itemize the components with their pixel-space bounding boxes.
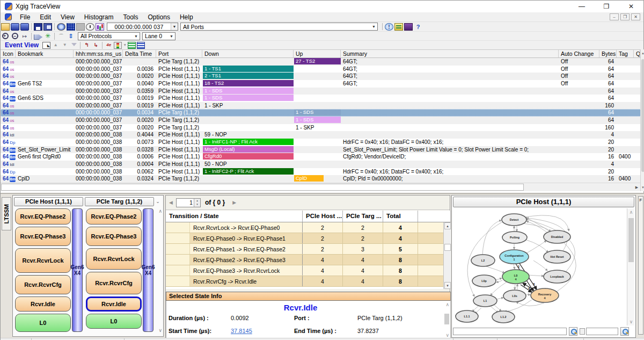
- prev-event-icon[interactable]: ▲: [52, 42, 60, 49]
- state-node-polling[interactable]: Polling: [502, 232, 527, 243]
- state-node-recovery[interactable]: Recovery4: [531, 288, 559, 302]
- fit-width-icon[interactable]: ↦: [20, 32, 29, 40]
- ssi-scroll-thumb[interactable]: [444, 314, 449, 324]
- state-node-loopback[interactable]: Loopback: [544, 270, 570, 283]
- goto-prev-icon[interactable]: ↰: [83, 42, 91, 49]
- table-row[interactable]: 64os000:00:00.000_0370.0020PCIe Targ (1,…: [1, 117, 644, 124]
- diagram-scroll-up-icon[interactable]: ∧: [627, 209, 635, 215]
- table-row[interactable]: 64Idl000:00:00.000_0380.4044PCIe Host (1…: [1, 131, 644, 139]
- ltssm-state-rcvr-rcvrlock[interactable]: Rcvr.RcvrLock: [15, 248, 71, 273]
- transition-scroll-down-icon[interactable]: ▼: [444, 282, 451, 289]
- table-row[interactable]: 64Idl000:00:00.000_0380.0004PCIe Host (1…: [1, 161, 644, 168]
- capture-settings-icon[interactable]: [57, 23, 65, 31]
- state-node-l1-2[interactable]: L1.2: [492, 311, 515, 323]
- menu-help[interactable]: Help: [175, 13, 198, 21]
- table-row[interactable]: 64os000:00:00.000_0370.0036PCIe Host (1,…: [1, 66, 644, 73]
- ltssm-state-rcvr-rcvrcfg[interactable]: Rcvr.RcvrCfg: [86, 272, 142, 294]
- notes-icon[interactable]: [394, 23, 403, 31]
- table-row[interactable]: 64BmGen6 TS2000:00:00.000_0370.0040PCIe …: [1, 80, 644, 88]
- grid-view-icon[interactable]: [67, 23, 75, 31]
- state-node-disabled[interactable]: Disabled: [544, 230, 570, 243]
- ssi-scroll-down-icon[interactable]: ∨: [445, 332, 449, 338]
- child-restore-button[interactable]: ❐: [620, 13, 630, 20]
- table-row[interactable]: 64BmCplD000:00:00.000_0380.0324PCIe Targ…: [1, 175, 644, 183]
- goto-next-icon[interactable]: ↳: [92, 42, 100, 49]
- transition-row[interactable]: Rcvr.EQ-Phase0 -> Rcvr.EQ-Phase1224: [166, 233, 451, 244]
- child-close-button[interactable]: ✕: [631, 13, 640, 20]
- zoom-out-icon[interactable]: [11, 32, 19, 40]
- col-total[interactable]: Total: [383, 211, 418, 222]
- protocols-dropdown[interactable]: All Protocols ▼: [78, 32, 140, 40]
- ltssm-tab[interactable]: LTSSM: [2, 197, 11, 230]
- col-pcie-host[interactable]: PCIe Host ...: [303, 211, 343, 222]
- menu-edit[interactable]: Edit: [35, 13, 56, 21]
- statistics-icon[interactable]: [96, 23, 104, 31]
- timer-icon[interactable]: [86, 23, 94, 31]
- ltssm-targ-header[interactable]: PCIe Targ (1,1,2): [85, 197, 154, 206]
- ltssm-state-rcvr-eq-phase2[interactable]: Rcvr.EQ-Phase2: [15, 208, 71, 225]
- state-node-l0p[interactable]: L0p: [472, 275, 496, 287]
- state-node-l0s[interactable]: L0s: [503, 290, 526, 302]
- transition-row[interactable]: Rcvr.EQ-Phase2 -> Rcvr.EQ-Phase3448: [166, 255, 451, 265]
- ltssm-state-rcvr-eq-phase3[interactable]: Rcvr.EQ-Phase3: [86, 227, 142, 246]
- col-bookmark[interactable]: Bookmark: [16, 50, 74, 57]
- state-node-l2[interactable]: L2: [471, 255, 495, 266]
- event-table-vscrollbar[interactable]: ▲ ▼: [640, 49, 644, 191]
- menu-file[interactable]: File: [15, 13, 35, 21]
- ltssm-state-rcvr-eq-phase2[interactable]: Rcvr.EQ-Phase2: [86, 208, 142, 225]
- lane-dropdown[interactable]: Lane 0 ▼: [142, 32, 175, 40]
- col-qu[interactable]: Qu: [634, 50, 640, 57]
- col-port[interactable]: Port: [156, 50, 202, 57]
- collapsed-panel-tab[interactable]: F: [638, 196, 643, 335]
- search-icon[interactable]: ⌒: [57, 32, 65, 40]
- table-row[interactable]: 64os000:00:00.000_0370.0020PCIe Host (1,…: [1, 73, 644, 80]
- state-node-configuration[interactable]: Configuration1: [500, 250, 529, 264]
- import-trace-icon[interactable]: [11, 23, 19, 31]
- diagram-zoom-out-icon[interactable]: [569, 327, 577, 336]
- col-pcie-targ[interactable]: PCIe Targ ...: [343, 211, 383, 222]
- restore-button[interactable]: ❐: [594, 1, 619, 12]
- ports-dropdown[interactable]: All Ports ▼: [180, 23, 378, 31]
- col-bytes[interactable]: Bytes: [599, 50, 617, 57]
- ssi-scroll-up-icon[interactable]: ∧: [445, 302, 449, 307]
- event-table-hscrollbar[interactable]: ▶: [1, 183, 640, 191]
- ltssm-state-rcvr-eq-phase3[interactable]: Rcvr.EQ-Phase3: [15, 227, 71, 246]
- next-event-icon[interactable]: ▼: [61, 42, 69, 49]
- menu-view[interactable]: View: [56, 13, 79, 21]
- diagram-port-header[interactable]: PCIe Host (1,1,1): [453, 197, 634, 207]
- diagram-hscroll-track[interactable]: [453, 328, 567, 335]
- ltssm-state-rcvr-rcvrcfg[interactable]: Rcvr.RcvrCfg: [15, 275, 71, 294]
- minimize-button[interactable]: —: [569, 1, 594, 12]
- transition-row[interactable]: Rcvr.RcvrLock -> Rcvr.EQ-Phase0224: [166, 222, 451, 233]
- transition-vscrollbar[interactable]: ▲ ▼: [443, 222, 451, 289]
- select-cursor-icon[interactable]: [42, 42, 50, 49]
- state-node-l1-1[interactable]: L1.1: [456, 310, 478, 322]
- ltssm-scroll-down-icon[interactable]: ∨: [158, 328, 162, 333]
- ltssm-scroll-up-icon[interactable]: ∧: [158, 208, 162, 214]
- diagram-scroll-down-icon[interactable]: ∨: [627, 319, 635, 324]
- traffic-light-icon[interactable]: [114, 42, 122, 49]
- scroll-right-icon[interactable]: ▶: [633, 184, 640, 191]
- table-row[interactable]: 64os000:00:00.000_0370.0359PCIe Host (1,…: [1, 88, 644, 95]
- menu-options[interactable]: Options: [143, 13, 175, 21]
- table-row[interactable]: 64BmGen6 SDS000:00:00.000_0370.0019PCIe …: [1, 95, 644, 102]
- spinner-up-icon[interactable]: ▴: [194, 199, 200, 203]
- spinner-down-icon[interactable]: ▾: [194, 202, 200, 207]
- col-time[interactable]: hhh:mm:ss.ms_us: [74, 50, 123, 57]
- export-trace-icon[interactable]: [20, 23, 29, 31]
- transition-scroll-thumb[interactable]: [444, 244, 451, 251]
- diagram-zoom-slider-track[interactable]: [586, 328, 618, 335]
- transition-row[interactable]: Rcvr.EQ-Phase3 -> Rcvr.RcvrLock448: [166, 265, 451, 276]
- state-node-hot-reset[interactable]: Hot Reset: [544, 250, 570, 263]
- help-icon[interactable]: ?: [414, 23, 422, 31]
- zoom-in-icon[interactable]: [1, 32, 10, 40]
- col-autochange[interactable]: Auto Change: [559, 50, 599, 57]
- vscroll-thumb[interactable]: [641, 59, 644, 172]
- info-icon[interactable]: !: [385, 23, 393, 31]
- sync-scroll-icon[interactable]: ⇕: [67, 32, 75, 40]
- transition-row[interactable]: Rcvr.RcvrCfg -> Rcvr.Idle448: [166, 276, 451, 287]
- col-transition-state[interactable]: Transition / State: [166, 211, 303, 222]
- filter-icon[interactable]: [70, 42, 78, 49]
- table-row[interactable]: 64BmGen6 first CfgRd0000:00:00.000_0380.…: [1, 153, 644, 161]
- protocols-dropdown-arrow-icon[interactable]: ▼: [133, 33, 140, 40]
